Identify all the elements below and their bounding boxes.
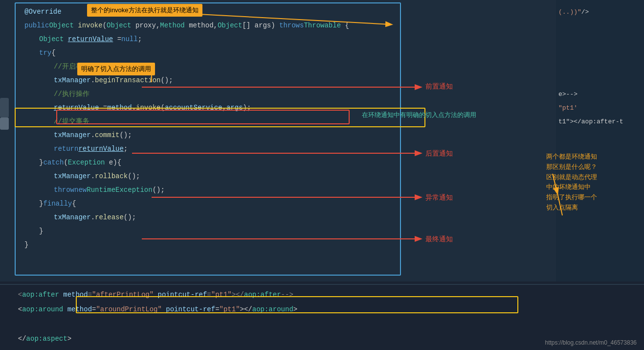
right-line-9: t1"></aop:after-t (558, 115, 642, 128)
separator (0, 284, 644, 285)
code-line-17: } (0, 224, 644, 238)
code-line-10: txManager . commit (); (0, 128, 644, 142)
scroll-indicator-2[interactable] (0, 117, 9, 130)
annotation-method: 明确了切入点方法的调用 (77, 63, 155, 75)
right-line-2 (558, 19, 642, 32)
right-line-1: (..))"/> (558, 5, 642, 19)
code-line-3: Object returnValue = null ; (0, 32, 644, 46)
annotation-yichang: 异常通知 (425, 193, 453, 202)
code-line-9: //提交事务 (0, 115, 644, 128)
xml-line-3 (0, 317, 644, 331)
xml-line-2: <aop:around method="aroundPrintLog" poin… (0, 302, 644, 317)
annotation-houzhi: 后置通知 (425, 149, 453, 158)
right-line-3 (558, 32, 642, 46)
annotation-qianzhi: 前置通知 (425, 82, 453, 91)
code-area: @Override public Object invoke ( Object … (0, 0, 644, 289)
watermark: https://blog.csdn.net/m0_46573836 (545, 339, 637, 346)
right-line-7: e>--> (558, 87, 642, 101)
scroll-indicator[interactable] (0, 98, 9, 117)
right-code-panel: (..))"/> e>--> "pt1' t1"></aop:after-t (556, 0, 644, 289)
right-note-box: 两个都是环绕通知 那区别是什么呢？ 区别就是动态代理 中的坏绕通知中 指明了执行… (546, 152, 637, 213)
right-line-8: "pt1' (558, 101, 642, 115)
xml-line-1: <aop:after method="afterPrintLog" pointc… (0, 287, 644, 302)
code-line-8: returnValue = method . invoke ( accountS… (0, 101, 644, 115)
code-line-2: public Object invoke ( Object proxy, Met… (0, 19, 644, 32)
right-line-5 (558, 60, 642, 73)
main-container: @Override public Object invoke ( Object … (0, 0, 644, 350)
annotation-zuizhong: 最终通知 (425, 235, 453, 244)
annotation-invoke-desc: 在环绕通知中有明确的切入点方法的调用 (362, 111, 476, 119)
xml-line-5: </aop:config> (0, 346, 644, 350)
code-line-7: //执行操作 (0, 87, 644, 101)
code-line-18: } (0, 238, 644, 252)
right-line-4 (558, 46, 642, 60)
code-line-6: txManager . beginTransaction (); (0, 73, 644, 87)
annotation-top: 整个的invoke方法在执行就是环绕通知 (87, 4, 202, 17)
code-line-4: try { (0, 46, 644, 60)
right-line-6 (558, 73, 642, 87)
